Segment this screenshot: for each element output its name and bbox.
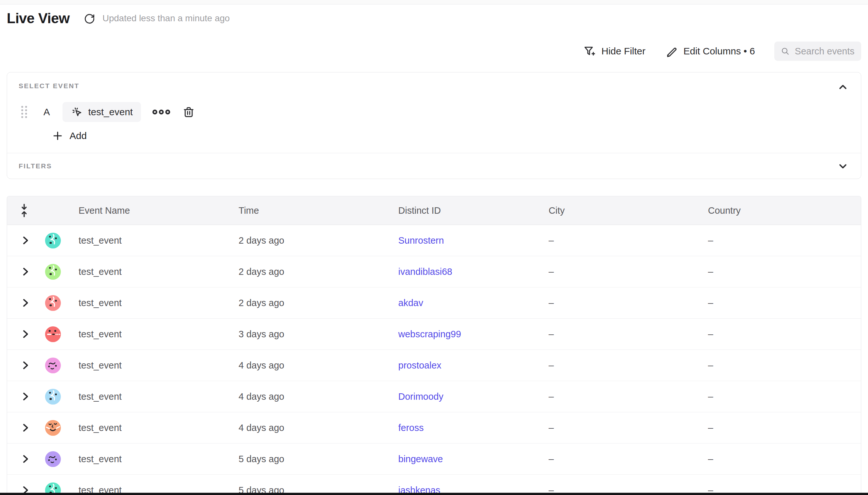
cell-time: 4 days ago bbox=[229, 391, 389, 402]
cell-city: – bbox=[539, 391, 698, 402]
cell-event-name: test_event bbox=[69, 267, 229, 277]
cell-city: – bbox=[539, 360, 698, 371]
cell-event-name: test_event bbox=[69, 454, 229, 464]
select-event-label: SELECT EVENT bbox=[19, 82, 849, 90]
cell-country: – bbox=[698, 235, 861, 246]
expand-filters-button[interactable] bbox=[837, 159, 851, 173]
avatar bbox=[45, 326, 61, 342]
avatar bbox=[45, 389, 61, 405]
avatar bbox=[45, 451, 61, 467]
funnel-plus-icon bbox=[583, 45, 596, 58]
distinct-id-link[interactable]: Dorimoody bbox=[398, 391, 443, 402]
cell-country: – bbox=[698, 267, 861, 277]
cell-time: 2 days ago bbox=[229, 235, 389, 246]
selected-event-name: test_event bbox=[88, 106, 133, 118]
page-title: Live View bbox=[7, 10, 70, 27]
pencil-icon bbox=[665, 45, 678, 58]
select-event-section: SELECT EVENT A bbox=[7, 72, 861, 153]
query-builder-card: SELECT EVENT A bbox=[7, 72, 861, 179]
table-row: test_event 2 days ago akdav – – bbox=[7, 287, 861, 319]
column-header-time: Time bbox=[229, 205, 389, 216]
distinct-id-link[interactable]: Sunrostern bbox=[398, 235, 444, 245]
column-header-distinct-id: Distinct ID bbox=[389, 205, 539, 216]
distinct-id-link[interactable]: webscraping99 bbox=[398, 329, 461, 339]
row-expand-button[interactable] bbox=[20, 234, 31, 247]
event-more-options-button[interactable] bbox=[150, 106, 173, 118]
edit-columns-button[interactable]: Edit Columns • 6 bbox=[665, 45, 755, 58]
cell-country: – bbox=[698, 360, 861, 371]
table-row: test_event 2 days ago ivandiblasi68 – – bbox=[7, 256, 861, 287]
events-table: Event Name Time Distinct ID City Country… bbox=[7, 196, 861, 495]
table-row: test_event 5 days ago jashkenas – – bbox=[7, 475, 861, 495]
collapse-rows-cell bbox=[7, 202, 37, 219]
distinct-id-link[interactable]: akdav bbox=[398, 298, 423, 308]
chevron-right-icon bbox=[22, 423, 29, 432]
cell-event-name: test_event bbox=[69, 235, 229, 246]
row-expand-button[interactable] bbox=[20, 265, 31, 278]
column-header-event-name: Event Name bbox=[69, 205, 229, 216]
chevron-down-icon bbox=[837, 160, 849, 172]
cell-country: – bbox=[698, 454, 861, 464]
chevron-up-icon bbox=[837, 82, 849, 93]
selected-event-pill[interactable]: test_event bbox=[63, 102, 141, 122]
cell-country: – bbox=[698, 423, 861, 433]
chevron-right-icon bbox=[22, 267, 29, 276]
edit-columns-label: Edit Columns • 6 bbox=[683, 46, 755, 57]
cell-city: – bbox=[539, 454, 698, 464]
cell-city: – bbox=[539, 267, 698, 277]
avatar bbox=[45, 233, 61, 249]
collapse-vertical-icon bbox=[19, 204, 29, 217]
table-row: test_event 4 days ago feross – – bbox=[7, 412, 861, 444]
cell-city: – bbox=[539, 329, 698, 340]
column-header-country: Country bbox=[698, 205, 861, 216]
search-input[interactable] bbox=[795, 46, 855, 57]
row-expand-button[interactable] bbox=[20, 421, 31, 434]
column-header-city: City bbox=[539, 205, 698, 216]
distinct-id-link[interactable]: bingewave bbox=[398, 454, 443, 464]
table-body: test_event 2 days ago Sunrostern – – tes… bbox=[7, 225, 861, 495]
cell-event-name: test_event bbox=[69, 298, 229, 308]
add-event-button[interactable]: Add bbox=[52, 130, 87, 141]
collapse-all-rows-button[interactable] bbox=[17, 202, 31, 219]
hide-filter-button[interactable]: Hide Filter bbox=[583, 45, 646, 58]
cell-event-name: test_event bbox=[69, 360, 229, 371]
plus-icon bbox=[52, 130, 63, 141]
table-row: test_event 4 days ago prostoalex – – bbox=[7, 350, 861, 381]
trash-icon bbox=[182, 106, 195, 118]
chevron-right-icon bbox=[22, 392, 29, 402]
event-clause-row: A test_event bbox=[19, 102, 849, 122]
cell-event-name: test_event bbox=[69, 391, 229, 402]
avatar bbox=[45, 358, 61, 373]
drag-handle-icon bbox=[20, 105, 28, 119]
more-options-icon bbox=[152, 108, 171, 116]
cell-time: 4 days ago bbox=[229, 360, 389, 371]
top-edge-band bbox=[0, 0, 868, 4]
live-view-page: Live View Updated less than a minute ago… bbox=[0, 0, 868, 495]
cell-time: 2 days ago bbox=[229, 298, 389, 308]
distinct-id-link[interactable]: prostoalex bbox=[398, 360, 441, 371]
distinct-id-link[interactable]: ivandiblasi68 bbox=[398, 267, 452, 277]
cell-city: – bbox=[539, 235, 698, 246]
avatar bbox=[45, 264, 61, 280]
drag-handle[interactable] bbox=[19, 104, 30, 120]
row-expand-button[interactable] bbox=[20, 296, 31, 310]
table-header-row: Event Name Time Distinct ID City Country bbox=[7, 196, 861, 225]
search-icon bbox=[781, 46, 790, 57]
cursor-click-icon bbox=[71, 106, 83, 118]
chevron-right-icon bbox=[22, 454, 29, 464]
hide-filter-label: Hide Filter bbox=[601, 46, 646, 57]
row-expand-button[interactable] bbox=[20, 359, 31, 372]
row-expand-button[interactable] bbox=[20, 327, 31, 341]
row-expand-button[interactable] bbox=[20, 390, 31, 403]
cell-time: 5 days ago bbox=[229, 454, 389, 464]
collapse-select-event-button[interactable] bbox=[837, 80, 851, 94]
distinct-id-link[interactable]: feross bbox=[398, 423, 424, 433]
cell-time: 4 days ago bbox=[229, 423, 389, 433]
bottom-edge-bar bbox=[0, 493, 868, 495]
refresh-button[interactable] bbox=[82, 11, 97, 25]
cell-time: 2 days ago bbox=[229, 267, 389, 277]
updated-status: Updated less than a minute ago bbox=[102, 13, 229, 23]
row-expand-button[interactable] bbox=[20, 452, 31, 466]
delete-event-button[interactable] bbox=[181, 104, 197, 120]
avatar bbox=[45, 295, 61, 311]
